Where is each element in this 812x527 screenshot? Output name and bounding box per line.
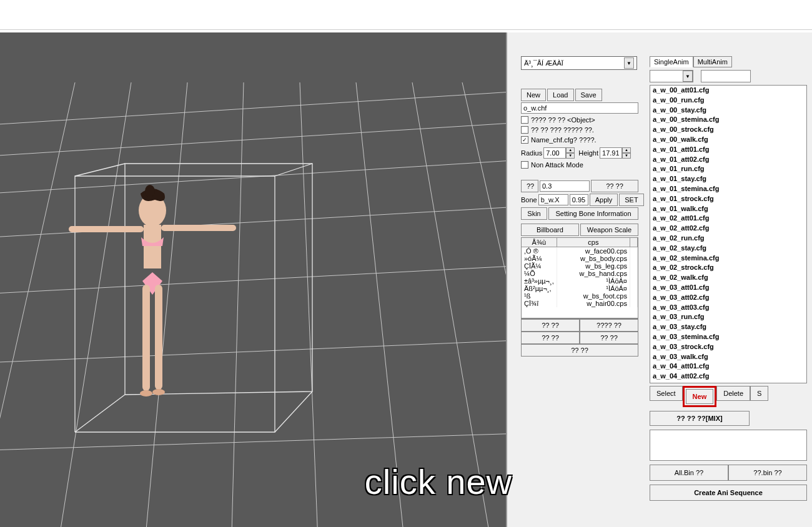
- height-input[interactable]: [600, 147, 622, 159]
- svg-line-11: [231, 82, 244, 527]
- list-item[interactable]: a_w_00_run.cfg: [650, 96, 806, 106]
- list-item[interactable]: a_w_03_att02.cfg: [650, 293, 806, 303]
- name-chf-checkbox[interactable]: [521, 136, 528, 144]
- grid-btn-d[interactable]: ?? ??: [580, 332, 638, 344]
- q-button-right[interactable]: ?? ??: [591, 180, 638, 192]
- radius-label: Radius: [521, 149, 542, 157]
- list-item[interactable]: a_w_03_strock.cfg: [650, 342, 806, 352]
- svg-line-13: [356, 82, 406, 527]
- save-button[interactable]: Save: [575, 89, 602, 101]
- svg-line-15: [462, 82, 506, 520]
- q-input[interactable]: [540, 180, 590, 192]
- create-ani-sequence-button[interactable]: Create Ani Sequence: [650, 485, 807, 501]
- list-item[interactable]: a_w_02_stay.cfg: [650, 244, 806, 254]
- list-item[interactable]: a_w_00_stemina.cfg: [650, 115, 806, 125]
- list-item[interactable]: a_w_01_run.cfg: [650, 164, 806, 174]
- bin-q-button[interactable]: ??.bin ??: [728, 465, 807, 481]
- list-item[interactable]: a_w_00_walk.cfg: [650, 135, 806, 145]
- svg-rect-23: [69, 226, 144, 232]
- grid-btn-a[interactable]: ?? ??: [521, 319, 580, 332]
- setting-bone-button[interactable]: Setting Bone Information: [548, 207, 638, 220]
- select-button[interactable]: Select: [650, 386, 683, 401]
- object-checkbox-label: ???? ?? ?? <Object>: [531, 116, 595, 124]
- side-panel: Ä³¸¯ÅÍ ÆÄÀÏ ▼ New Load Save ???? ?? ?? <…: [506, 32, 812, 527]
- list-item[interactable]: a_w_03_att03.cfg: [650, 303, 806, 313]
- table-row[interactable]: ¼Õw_bs_hand.cps: [522, 270, 638, 277]
- filename-input[interactable]: [521, 102, 638, 114]
- list-item[interactable]: a_w_03_stemina.cfg: [650, 332, 806, 342]
- chevron-down-icon[interactable]: ▼: [624, 57, 634, 69]
- load-button[interactable]: Load: [547, 89, 573, 101]
- character-dropdown[interactable]: Ä³¸¯ÅÍ ÆÄÀÏ ▼: [521, 56, 637, 70]
- list-item[interactable]: a_w_02_strock.cfg: [650, 263, 806, 273]
- list-item[interactable]: a_w_03_walk.cfg: [650, 352, 806, 362]
- list-item[interactable]: a_w_02_att02.cfg: [650, 224, 806, 234]
- apply-button[interactable]: Apply: [590, 194, 618, 206]
- set-button[interactable]: SET: [619, 194, 643, 206]
- q2-checkbox[interactable]: [521, 126, 528, 134]
- anim-listbox[interactable]: a_w_00_att01.cfga_w_00_run.cfga_w_00_sta…: [650, 85, 807, 383]
- list-item[interactable]: a_w_01_strock.cfg: [650, 194, 806, 204]
- non-attack-checkbox[interactable]: [521, 161, 528, 169]
- svg-line-0: [0, 89, 506, 126]
- bone-file-input[interactable]: [538, 194, 568, 205]
- list-item[interactable]: a_w_00_stay.cfg: [650, 106, 806, 116]
- all-bin-button[interactable]: All.Bin ??: [650, 465, 728, 481]
- list-item[interactable]: a_w_01_att01.cfg: [650, 145, 806, 155]
- table-row[interactable]: »óÃ¼w_bs_body.cps: [522, 255, 638, 262]
- table-row[interactable]: ¹ßw_bs_foot.cps: [522, 292, 638, 300]
- grid-btn-b[interactable]: ???? ??: [580, 319, 638, 332]
- 3d-viewport[interactable]: [0, 32, 506, 527]
- table-row[interactable]: ±â³»µµ¬¸,¹ÌÁöÁ¤: [522, 277, 638, 285]
- radius-spinner[interactable]: ▲▼: [566, 147, 575, 159]
- anim-tab-header: SingleAnim MultiAnim: [650, 56, 807, 67]
- list-item[interactable]: a_w_01_stay.cfg: [650, 174, 806, 184]
- anim-s-button[interactable]: S: [750, 386, 768, 401]
- mix-button[interactable]: ?? ?? ??[MIX]: [650, 411, 750, 426]
- new-button[interactable]: New: [521, 89, 546, 101]
- weapon-scale-button[interactable]: Weapon Scale: [580, 224, 638, 236]
- svg-point-28: [152, 389, 165, 395]
- svg-line-5: [0, 338, 506, 363]
- table-row[interactable]: ÇÏ¾îw_hair00.cps: [522, 300, 638, 307]
- anim-new-button[interactable]: New: [686, 389, 714, 404]
- table-row[interactable]: ,Ó ®w_face00.cps: [522, 247, 638, 255]
- list-item[interactable]: a_w_01_walk.cfg: [650, 204, 806, 214]
- list-item[interactable]: a_w_03_stay.cfg: [650, 322, 806, 332]
- list-item[interactable]: a_w_02_run.cfg: [650, 234, 806, 244]
- list-item[interactable]: a_w_02_att01.cfg: [650, 214, 806, 224]
- anim-delete-button[interactable]: Delete: [716, 386, 750, 401]
- tab-single-anim[interactable]: SingleAnim: [650, 56, 693, 67]
- svg-point-27: [140, 390, 152, 396]
- list-item[interactable]: a_w_01_stemina.cfg: [650, 184, 806, 194]
- mix-list[interactable]: [650, 430, 807, 461]
- table-row[interactable]: ÇÏÃ¼w_bs_leg.cps: [522, 262, 638, 270]
- q-button-left[interactable]: ??: [521, 180, 538, 192]
- grid-btn-e[interactable]: ?? ??: [521, 344, 638, 357]
- object-checkbox[interactable]: [521, 116, 528, 124]
- height-spinner[interactable]: ▲▼: [622, 147, 631, 159]
- cps-table[interactable]: Å¾ù cps ,Ó ®w_face00.cps»óÃ¼w_bs_body.cp…: [521, 237, 638, 318]
- radius-input[interactable]: [543, 147, 566, 159]
- list-item[interactable]: a_w_00_strock.cfg: [650, 125, 806, 135]
- anim-filter-dropdown[interactable]: ▼: [650, 70, 693, 82]
- list-item[interactable]: a_w_03_run.cfg: [650, 312, 806, 322]
- list-item[interactable]: a_w_04_att01.cfg: [650, 362, 806, 372]
- list-item[interactable]: a_w_02_stemina.cfg: [650, 254, 806, 264]
- tab-multi-anim[interactable]: MultiAnim: [693, 56, 732, 67]
- button-grid: ?? ?? ???? ?? ?? ?? ?? ?? ?? ??: [521, 318, 638, 357]
- bone-val-input[interactable]: [570, 194, 588, 205]
- list-item[interactable]: a_w_00_att01.cfg: [650, 86, 806, 96]
- dropdown-value: Ä³¸¯ÅÍ ÆÄÀÏ: [524, 59, 563, 67]
- list-item[interactable]: a_w_02_walk.cfg: [650, 273, 806, 283]
- list-item[interactable]: a_w_03_att01.cfg: [650, 283, 806, 293]
- table-row[interactable]: Äß²µµ¬¸,¹ÌÁöÁ¤: [522, 285, 638, 292]
- cps-col1-header[interactable]: Å¾ù: [522, 238, 557, 247]
- billboard-button[interactable]: Billboard: [521, 224, 579, 236]
- grid-btn-c[interactable]: ?? ??: [521, 332, 580, 344]
- skin-button[interactable]: Skin: [521, 207, 547, 220]
- list-item[interactable]: a_w_01_att02.cfg: [650, 155, 806, 165]
- list-item[interactable]: a_w_04_att02.cfg: [650, 372, 806, 382]
- anim-text-input[interactable]: [701, 70, 751, 82]
- cps-col2-header[interactable]: cps: [557, 238, 630, 247]
